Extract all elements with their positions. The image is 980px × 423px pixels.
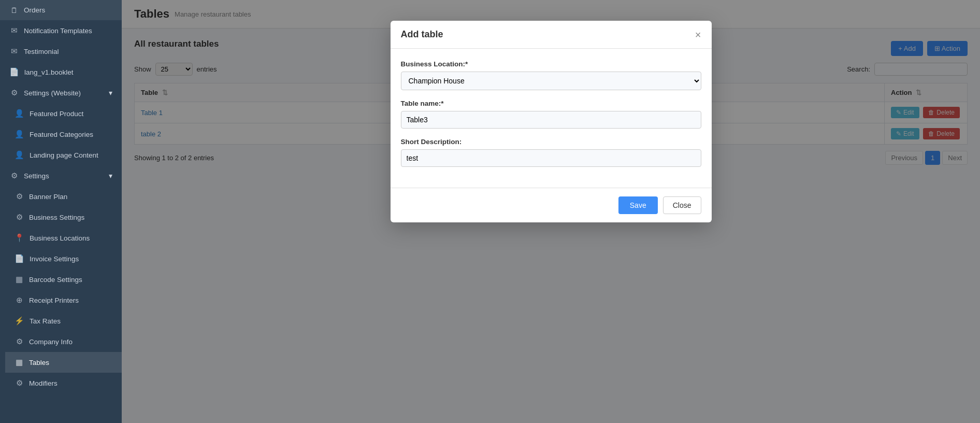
sidebar-item-label: Invoice Settings [30, 255, 79, 263]
sidebar-item-label: Orders [24, 6, 45, 14]
sidebar-item-label: Business Locations [30, 234, 90, 242]
sidebar-item-label: Featured Categories [30, 131, 93, 138]
short-description-input[interactable] [401, 149, 701, 167]
sidebar-item-tax-rates[interactable]: ⚡ Tax Rates [5, 311, 122, 331]
sidebar-item-label: Notification Templates [24, 27, 92, 35]
settings-website-section[interactable]: ⚙ Settings (Website) ▾ [0, 82, 122, 103]
close-modal-button[interactable]: Close [663, 196, 701, 214]
modal-title: Add table [401, 29, 443, 40]
modal-overlay: Add table × Business Location:* Champion… [122, 0, 980, 423]
settings-website-subitems: 👤 Featured Product 👤 Featured Categories… [0, 103, 122, 165]
sidebar-item-banner-plan[interactable]: ⚙ Banner Plan [5, 186, 122, 207]
sidebar-item-business-settings[interactable]: ⚙ Business Settings [5, 207, 122, 228]
booklet-icon: 📄 [9, 67, 19, 77]
settings-website-label: Settings (Website) [24, 89, 81, 97]
notification-icon: ✉ [9, 26, 19, 35]
business-location-group: Business Location:* Champion House [401, 60, 701, 90]
short-description-group: Short Description: [401, 138, 701, 167]
featured-product-icon: 👤 [15, 109, 24, 118]
barcode-settings-icon: ▦ [15, 275, 24, 284]
add-table-modal: Add table × Business Location:* Champion… [391, 21, 712, 222]
modal-body: Business Location:* Champion House Table… [391, 49, 712, 188]
receipt-printers-icon: ⊕ [15, 295, 24, 305]
settings-icon: ⚙ [9, 171, 19, 180]
orders-icon: 🗒 [9, 6, 19, 15]
sidebar-item-label: Featured Product [30, 110, 83, 118]
invoice-settings-icon: 📄 [15, 254, 24, 263]
sidebar-item-label: Barcode Settings [29, 276, 82, 284]
business-settings-icon: ⚙ [15, 213, 24, 222]
sidebar-item-notification-templates[interactable]: ✉ Notification Templates [0, 20, 122, 41]
sidebar-item-label: Landing page Content [30, 151, 98, 159]
tables-icon: ▦ [15, 358, 24, 367]
sidebar-item-receipt-printers[interactable]: ⊕ Receipt Printers [5, 290, 122, 311]
table-name-group: Table name:* [401, 100, 701, 129]
save-button[interactable]: Save [618, 196, 658, 214]
sidebar-item-label: Company Info [29, 338, 73, 346]
chevron-down-icon-2: ▾ [109, 172, 112, 180]
sidebar-item-invoice-settings[interactable]: 📄 Invoice Settings [5, 248, 122, 269]
settings-section[interactable]: ⚙ Settings ▾ [0, 165, 122, 186]
modal-close-button[interactable]: × [695, 30, 701, 40]
short-description-label: Short Description: [401, 138, 701, 146]
landing-page-icon: 👤 [15, 150, 24, 160]
table-name-input[interactable] [401, 111, 701, 129]
sidebar: 🗒 Orders ✉ Notification Templates ✉ Test… [0, 0, 122, 423]
banner-plan-icon: ⚙ [15, 192, 24, 201]
sidebar-item-business-locations[interactable]: 📍 Business Locations [5, 228, 122, 248]
sidebar-item-modifiers[interactable]: ⚙ Modifiers [5, 373, 122, 393]
main-content: Tables Manage restaurant tables All rest… [122, 0, 980, 423]
sidebar-item-label: Tables [29, 359, 49, 366]
sidebar-item-landing-page[interactable]: 👤 Landing page Content [5, 145, 122, 165]
featured-categories-icon: 👤 [15, 130, 24, 139]
sidebar-item-featured-product[interactable]: 👤 Featured Product [5, 103, 122, 124]
sidebar-item-label: lang_v1.booklet [24, 68, 74, 76]
sidebar-item-label: Testimonial [24, 48, 59, 55]
sidebar-item-label: Tax Rates [30, 317, 61, 325]
settings-subitems: ⚙ Banner Plan ⚙ Business Settings 📍 Busi… [0, 186, 122, 393]
sidebar-item-company-info[interactable]: ⚙ Company Info [5, 331, 122, 352]
sidebar-item-testimonial[interactable]: ✉ Testimonial [0, 41, 122, 62]
modifiers-icon: ⚙ [15, 378, 24, 388]
sidebar-item-featured-categories[interactable]: 👤 Featured Categories [5, 124, 122, 145]
modal-footer: Save Close [391, 188, 712, 222]
company-info-icon: ⚙ [15, 337, 24, 346]
business-location-label: Business Location:* [401, 60, 701, 68]
sidebar-item-lang-booklet[interactable]: 📄 lang_v1.booklet [0, 62, 122, 82]
tax-rates-icon: ⚡ [15, 316, 24, 326]
sidebar-item-label: Receipt Printers [29, 297, 79, 304]
table-name-label: Table name:* [401, 100, 701, 107]
modal-header: Add table × [391, 21, 712, 49]
sidebar-item-orders[interactable]: 🗒 Orders [0, 0, 122, 20]
sidebar-item-label: Modifiers [29, 379, 57, 387]
chevron-down-icon: ▾ [109, 89, 112, 97]
business-locations-icon: 📍 [15, 233, 24, 243]
business-location-select[interactable]: Champion House [401, 72, 701, 90]
sidebar-item-label: Business Settings [29, 214, 84, 221]
sidebar-item-barcode-settings[interactable]: ▦ Barcode Settings [5, 269, 122, 290]
settings-label: Settings [24, 172, 49, 180]
sidebar-item-label: Banner Plan [29, 193, 67, 201]
testimonial-icon: ✉ [9, 47, 19, 56]
sidebar-item-tables[interactable]: ▦ Tables [5, 352, 122, 373]
settings-website-icon: ⚙ [9, 88, 19, 97]
